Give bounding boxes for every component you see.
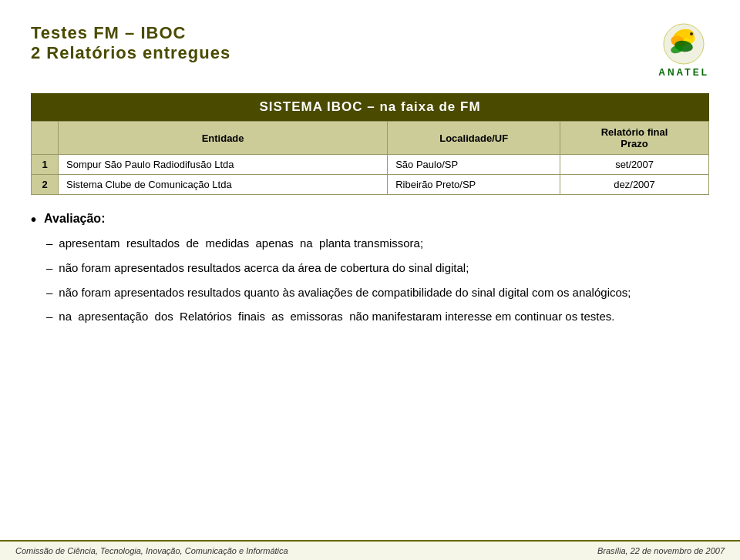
dash-icon: – bbox=[46, 235, 52, 252]
anatel-emblem-icon bbox=[661, 23, 706, 65]
table-row: 1 Sompur São Paulo Radiodifusão Ltda São… bbox=[32, 155, 709, 175]
footer-right-text: Brasília, 22 de novembro de 2007 bbox=[597, 546, 725, 555]
header-section: Testes FM – IBOC 2 Relatórios entregues … bbox=[31, 23, 709, 78]
col-header-report: Relatório finalPrazo bbox=[560, 122, 709, 155]
footer-left-text: Comissão de Ciência, Tecnologia, Inovaçã… bbox=[15, 546, 288, 555]
table-section: SISTEMA IBOC – na faixa de FM Entidade L… bbox=[31, 93, 709, 195]
row1-num: 1 bbox=[32, 155, 59, 175]
sub-items-list: – apresentam resultados de medidas apena… bbox=[46, 235, 709, 325]
row1-location: São Paulo/SP bbox=[388, 155, 560, 175]
col-header-num bbox=[32, 122, 59, 155]
svg-point-6 bbox=[686, 32, 694, 39]
item3-text: não foram apresentados resultados quanto… bbox=[59, 284, 709, 301]
avaliacao-heading: • Avaliação: bbox=[31, 212, 709, 227]
data-table: Entidade Localidade/UF Relatório finalPr… bbox=[31, 121, 709, 195]
item1-text: apresentam resultados de medidas apenas … bbox=[59, 235, 709, 252]
item2-text: não foram apresentados resultados acerca… bbox=[59, 260, 709, 277]
anatel-name: ANATEL bbox=[658, 67, 709, 78]
item4-text: na apresentação dos Relatórios finais as… bbox=[59, 308, 709, 325]
row2-report: dez/2007 bbox=[560, 175, 709, 195]
row1-entity: Sompur São Paulo Radiodifusão Ltda bbox=[59, 155, 388, 175]
anatel-logo: ANATEL bbox=[658, 23, 709, 78]
list-item: – não foram apresentados resultados acer… bbox=[46, 260, 709, 277]
list-item: – não foram apresentados resultados quan… bbox=[46, 284, 709, 301]
row2-location: Ribeirão Preto/SP bbox=[388, 175, 560, 195]
sistema-title: SISTEMA IBOC – na faixa de FM bbox=[31, 93, 709, 121]
footer: Comissão de Ciência, Tecnologia, Inovaçã… bbox=[0, 540, 740, 560]
title-line1: Testes FM – IBOC bbox=[31, 23, 230, 43]
row2-entity: Sistema Clube de Comunicação Ltda bbox=[59, 175, 388, 195]
row1-report: set/2007 bbox=[560, 155, 709, 175]
bullet-dot-icon: • bbox=[31, 212, 36, 227]
svg-point-7 bbox=[690, 32, 693, 35]
title-line2: 2 Relatórios entregues bbox=[31, 43, 230, 63]
main-content: Testes FM – IBOC 2 Relatórios entregues … bbox=[0, 0, 740, 540]
table-header-row: Entidade Localidade/UF Relatório finalPr… bbox=[32, 122, 709, 155]
dash-icon: – bbox=[46, 284, 52, 301]
col-header-location: Localidade/UF bbox=[388, 122, 560, 155]
title-block: Testes FM – IBOC 2 Relatórios entregues bbox=[31, 23, 230, 63]
dash-icon: – bbox=[46, 308, 52, 325]
list-item: – na apresentação dos Relatórios finais … bbox=[46, 308, 709, 325]
avaliacao-label: Avaliação: bbox=[44, 212, 105, 226]
col-header-entity: Entidade bbox=[59, 122, 388, 155]
dash-icon: – bbox=[46, 260, 52, 277]
avaliacao-section: • Avaliação: – apresentam resultados de … bbox=[31, 212, 709, 532]
table-row: 2 Sistema Clube de Comunicação Ltda Ribe… bbox=[32, 175, 709, 195]
row2-num: 2 bbox=[32, 175, 59, 195]
list-item: – apresentam resultados de medidas apena… bbox=[46, 235, 709, 252]
